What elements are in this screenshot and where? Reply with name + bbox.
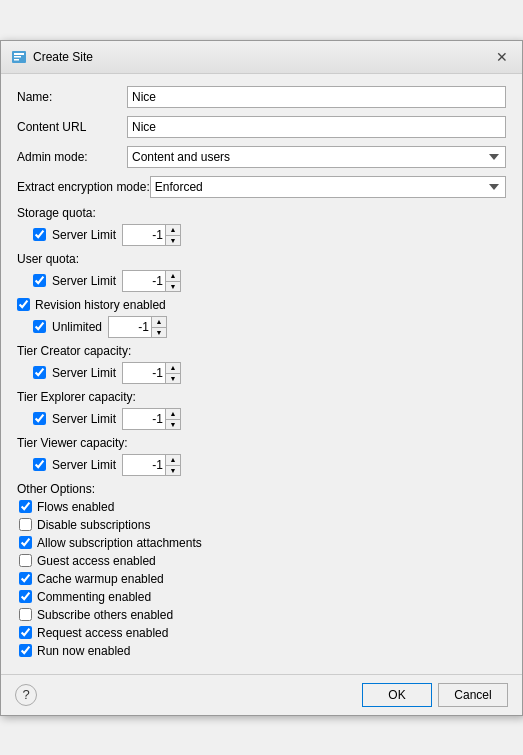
option-label-2[interactable]: Allow subscription attachments (37, 536, 202, 550)
ok-button[interactable]: OK (362, 683, 432, 707)
admin-mode-select[interactable]: Content and users Content only Site admi… (127, 146, 506, 168)
user-quota-checkbox[interactable] (33, 274, 46, 287)
revision-history-row: Revision history enabled (17, 298, 506, 312)
option-row: Subscribe others enabled (19, 608, 506, 622)
svg-rect-1 (14, 53, 24, 55)
option-checkbox-3[interactable] (19, 554, 32, 567)
option-checkbox-5[interactable] (19, 590, 32, 603)
encryption-row: Extract encryption mode: Enforced Enable… (17, 176, 506, 198)
revision-history-checkbox[interactable] (17, 298, 30, 311)
option-label-4[interactable]: Cache warmup enabled (37, 572, 164, 586)
other-options-label: Other Options: (17, 482, 506, 496)
tier-viewer-checkbox-label[interactable]: Server Limit (52, 458, 116, 472)
create-site-dialog: Create Site ✕ Name: Content URL Admin mo… (0, 40, 523, 716)
option-row: Request access enabled (19, 626, 506, 640)
revision-unlimited-label[interactable]: Unlimited (52, 320, 102, 334)
revision-down[interactable]: ▼ (152, 327, 166, 337)
option-label-1[interactable]: Disable subscriptions (37, 518, 150, 532)
dialog-footer: ? OK Cancel (1, 674, 522, 715)
option-checkbox-0[interactable] (19, 500, 32, 513)
option-row: Disable subscriptions (19, 518, 506, 532)
name-input[interactable] (127, 86, 506, 108)
option-row: Run now enabled (19, 644, 506, 658)
tier-explorer-checkbox[interactable] (33, 412, 46, 425)
storage-quota-down[interactable]: ▼ (166, 235, 180, 245)
revision-up[interactable]: ▲ (152, 317, 166, 327)
tier-explorer-down[interactable]: ▼ (166, 419, 180, 429)
tier-explorer-checkbox-label[interactable]: Server Limit (52, 412, 116, 426)
tier-explorer-up[interactable]: ▲ (166, 409, 180, 419)
option-label-3[interactable]: Guest access enabled (37, 554, 156, 568)
option-checkbox-7[interactable] (19, 626, 32, 639)
tier-viewer-input[interactable] (123, 455, 165, 475)
option-label-6[interactable]: Subscribe others enabled (37, 608, 173, 622)
encryption-select[interactable]: Enforced Enabled Disabled (150, 176, 506, 198)
revision-history-section: Revision history enabled Unlimited ▲ ▼ (17, 298, 506, 338)
option-label-7[interactable]: Request access enabled (37, 626, 168, 640)
storage-quota-input[interactable] (123, 225, 165, 245)
admin-mode-label: Admin mode: (17, 150, 127, 164)
option-label-8[interactable]: Run now enabled (37, 644, 130, 658)
option-row: Guest access enabled (19, 554, 506, 568)
cancel-button[interactable]: Cancel (438, 683, 508, 707)
tier-creator-up[interactable]: ▲ (166, 363, 180, 373)
revision-history-label[interactable]: Revision history enabled (35, 298, 166, 312)
content-url-label: Content URL (17, 120, 127, 134)
storage-quota-checkbox[interactable] (33, 228, 46, 241)
name-label: Name: (17, 90, 127, 104)
storage-quota-checkbox-label[interactable]: Server Limit (52, 228, 116, 242)
storage-quota-label: Storage quota: (17, 206, 506, 220)
option-label-0[interactable]: Flows enabled (37, 500, 114, 514)
tier-viewer-down[interactable]: ▼ (166, 465, 180, 475)
title-bar: Create Site ✕ (1, 41, 522, 74)
tier-viewer-up[interactable]: ▲ (166, 455, 180, 465)
admin-mode-row: Admin mode: Content and users Content on… (17, 146, 506, 168)
tier-viewer-label: Tier Viewer capacity: (17, 436, 506, 450)
other-options-section: Other Options: Flows enabledDisable subs… (17, 482, 506, 658)
revision-spinner: ▲ ▼ (108, 316, 167, 338)
option-checkbox-4[interactable] (19, 572, 32, 585)
tier-creator-label: Tier Creator capacity: (17, 344, 506, 358)
help-button[interactable]: ? (15, 684, 37, 706)
user-quota-label: User quota: (17, 252, 506, 266)
close-button[interactable]: ✕ (492, 47, 512, 67)
dialog-content: Name: Content URL Admin mode: Content an… (1, 74, 522, 674)
revision-unlimited-checkbox[interactable] (33, 320, 46, 333)
tier-creator-checkbox-label[interactable]: Server Limit (52, 366, 116, 380)
tier-creator-down[interactable]: ▼ (166, 373, 180, 383)
option-checkbox-8[interactable] (19, 644, 32, 657)
tier-explorer-input[interactable] (123, 409, 165, 429)
user-quota-up[interactable]: ▲ (166, 271, 180, 281)
dialog-icon (11, 49, 27, 65)
user-quota-row: Server Limit ▲ ▼ (33, 270, 506, 292)
dialog-title: Create Site (33, 50, 93, 64)
tier-creator-row: Server Limit ▲ ▼ (33, 362, 506, 384)
user-quota-section: User quota: Server Limit ▲ ▼ (17, 252, 506, 292)
option-checkbox-6[interactable] (19, 608, 32, 621)
tier-creator-spinner: ▲ ▼ (122, 362, 181, 384)
name-row: Name: (17, 86, 506, 108)
content-url-row: Content URL (17, 116, 506, 138)
tier-explorer-label: Tier Explorer capacity: (17, 390, 506, 404)
revision-input[interactable] (109, 317, 151, 337)
content-url-input[interactable] (127, 116, 506, 138)
option-checkbox-2[interactable] (19, 536, 32, 549)
tier-creator-checkbox[interactable] (33, 366, 46, 379)
options-checkboxes: Flows enabledDisable subscriptionsAllow … (19, 500, 506, 658)
tier-creator-section: Tier Creator capacity: Server Limit ▲ ▼ (17, 344, 506, 384)
option-label-5[interactable]: Commenting enabled (37, 590, 151, 604)
storage-quota-row: Server Limit ▲ ▼ (33, 224, 506, 246)
svg-rect-2 (14, 56, 21, 58)
option-checkbox-1[interactable] (19, 518, 32, 531)
storage-quota-up[interactable]: ▲ (166, 225, 180, 235)
user-quota-input[interactable] (123, 271, 165, 291)
tier-explorer-row: Server Limit ▲ ▼ (33, 408, 506, 430)
title-bar-left: Create Site (11, 49, 93, 65)
tier-viewer-checkbox[interactable] (33, 458, 46, 471)
option-row: Allow subscription attachments (19, 536, 506, 550)
tier-explorer-spinner: ▲ ▼ (122, 408, 181, 430)
user-quota-checkbox-label[interactable]: Server Limit (52, 274, 116, 288)
tier-creator-input[interactable] (123, 363, 165, 383)
user-quota-down[interactable]: ▼ (166, 281, 180, 291)
encryption-label: Extract encryption mode: (17, 180, 150, 194)
